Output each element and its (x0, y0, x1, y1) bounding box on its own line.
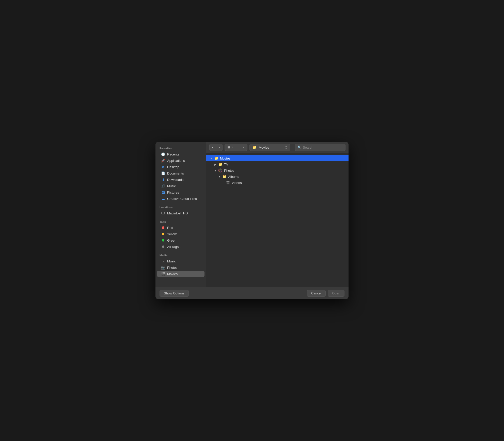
grid-chevron-icon: ▼ (231, 146, 233, 149)
media-section-label: Media (155, 252, 206, 258)
grid-icon: ⊞ (227, 146, 230, 149)
sidebar-item-documents[interactable]: 📄 Documents (157, 170, 204, 176)
movies-toggle-icon: ▾ (209, 156, 213, 160)
music-icon: 🎵 (161, 184, 165, 188)
tree-label-tv: TV (224, 163, 228, 166)
sidebar-item-macintosh-hd[interactable]: Macintosh HD (157, 210, 204, 216)
tag-yellow-icon (161, 232, 165, 236)
sidebar-item-tag-yellow[interactable]: Yellow (157, 231, 204, 237)
view-list-button[interactable]: ☰ ▼ (236, 144, 247, 151)
view-grid-button[interactable]: ⊞ ▼ (225, 144, 236, 151)
sidebar-item-label-creative-cloud: Creative Cloud Files (167, 197, 197, 201)
applications-icon: 🚀 (161, 159, 165, 163)
sidebar-item-all-tags[interactable]: All Tags... (157, 244, 204, 250)
albums-toggle-icon: ▾ (217, 175, 222, 179)
forward-button[interactable]: › (216, 144, 223, 151)
sidebar-item-label-music: Music (167, 184, 176, 188)
search-box[interactable]: 🔍 (295, 144, 345, 151)
bottom-pane (206, 216, 349, 287)
recents-icon: 🕐 (161, 152, 165, 156)
sidebar-item-label-media-movies: Movies (167, 272, 178, 276)
tags-section-label: Tags (155, 218, 206, 224)
sidebar-item-downloads[interactable]: ⬇ Downloads (157, 177, 204, 183)
sidebar-item-media-movies[interactable]: 🎬 Movies (157, 271, 204, 277)
back-button[interactable]: ‹ (209, 144, 216, 151)
sidebar-item-label-tag-red: Red (167, 226, 173, 230)
sidebar-item-media-music[interactable]: ♪ Music (157, 258, 204, 264)
list-chevron-icon: ▼ (242, 146, 245, 149)
videos-icon: 🎬 (226, 180, 230, 185)
desktop-icon: 🖥 (161, 165, 165, 169)
cancel-button[interactable]: Cancel (307, 290, 326, 297)
footer: Show Options Cancel Open (155, 287, 349, 299)
tree-item-albums[interactable]: ▾ 📁 Albums (206, 174, 349, 180)
svg-point-3 (219, 170, 220, 170)
sidebar-item-label-pictures: Pictures (167, 191, 179, 194)
footer-right: Cancel Open (307, 290, 344, 297)
tree-label-photos: Photos (224, 169, 234, 172)
tv-folder-icon: 📁 (218, 162, 223, 167)
sidebar-item-creative-cloud[interactable]: ☁ Creative Cloud Files (157, 196, 204, 202)
svg-point-6 (221, 171, 222, 171)
photos-icon (218, 168, 223, 173)
albums-folder-icon: 📁 (222, 174, 227, 179)
main-content: ‹ › ⊞ ▼ ☰ ▼ 📁 Movies (206, 142, 349, 287)
sidebar-item-label-downloads: Downloads (167, 178, 183, 182)
sidebar-item-tag-green[interactable]: Green (157, 237, 204, 243)
hd-icon (161, 211, 165, 215)
svg-point-7 (219, 171, 220, 172)
search-icon: 🔍 (297, 146, 301, 149)
svg-point-5 (220, 171, 221, 171)
tv-toggle-icon: ▶ (213, 162, 217, 166)
sidebar-item-label-recents: Recents (167, 152, 179, 156)
location-dropdown[interactable]: 📁 Movies ▲ ▼ (249, 144, 290, 151)
tree-label-movies: Movies (220, 156, 230, 160)
file-tree: ▾ 📁 Movies ▶ 📁 TV ▾ (206, 153, 349, 216)
movies-folder-icon: 📁 (214, 156, 218, 161)
sidebar-item-applications[interactable]: 🚀 Applications (157, 158, 204, 164)
sidebar-item-tag-red[interactable]: Red (157, 225, 204, 231)
search-input[interactable] (303, 146, 343, 149)
documents-icon: 📄 (161, 171, 165, 175)
svg-point-2 (218, 169, 222, 172)
tree-label-albums: Albums (228, 175, 239, 179)
sidebar-item-label-media-photos: Photos (167, 266, 177, 270)
sidebar-item-label-macintosh-hd: Macintosh HD (167, 211, 188, 215)
sidebar-item-media-photos[interactable]: 📷 Photos (157, 264, 204, 271)
tree-item-videos[interactable]: 🎬 Videos (206, 180, 349, 186)
tree-item-tv[interactable]: ▶ 📁 TV (206, 161, 349, 167)
open-dialog: Favorites 🕐 Recents 🚀 Applications 🖥 Des… (155, 142, 349, 299)
sidebar-item-music[interactable]: 🎵 Music (157, 183, 204, 189)
locations-section-label: Locations (155, 204, 206, 210)
cloud-icon: ☁ (161, 197, 165, 201)
all-tags-icon (161, 245, 165, 249)
sidebar-item-label-applications: Applications (167, 159, 185, 163)
tree-label-videos: Videos (232, 181, 242, 185)
sidebar-item-label-documents: Documents (167, 171, 184, 175)
show-options-button[interactable]: Show Options (160, 290, 189, 297)
tag-green-icon (161, 238, 165, 242)
media-photos-icon: 📷 (161, 265, 165, 270)
pictures-icon: 🖼 (161, 190, 165, 194)
dialog-body: Favorites 🕐 Recents 🚀 Applications 🖥 Des… (155, 142, 349, 287)
footer-left: Show Options (160, 290, 189, 297)
sidebar: Favorites 🕐 Recents 🚀 Applications 🖥 Des… (155, 142, 206, 287)
nav-buttons: ‹ › (209, 144, 223, 151)
sidebar-item-pictures[interactable]: 🖼 Pictures (157, 189, 204, 195)
sidebar-item-label-all-tags: All Tags... (167, 245, 181, 249)
open-button[interactable]: Open (328, 290, 344, 297)
sidebar-item-recents[interactable]: 🕐 Recents (157, 151, 204, 157)
media-music-icon: ♪ (161, 259, 165, 263)
tree-item-movies[interactable]: ▾ 📁 Movies (206, 155, 349, 161)
media-movies-icon: 🎬 (161, 272, 165, 276)
sidebar-item-label-tag-yellow: Yellow (167, 232, 177, 236)
favorites-section-label: Favorites (155, 145, 206, 151)
location-text: Movies (259, 146, 283, 149)
sidebar-item-desktop[interactable]: 🖥 Desktop (157, 164, 204, 170)
location-arrows-icon: ▲ ▼ (285, 145, 287, 150)
tag-red-icon (161, 226, 165, 230)
toolbar: ‹ › ⊞ ▼ ☰ ▼ 📁 Movies (206, 142, 349, 153)
tree-item-photos[interactable]: ▾ Photos (206, 167, 349, 174)
photos-toggle-icon: ▾ (213, 168, 217, 172)
downloads-icon: ⬇ (161, 178, 165, 182)
